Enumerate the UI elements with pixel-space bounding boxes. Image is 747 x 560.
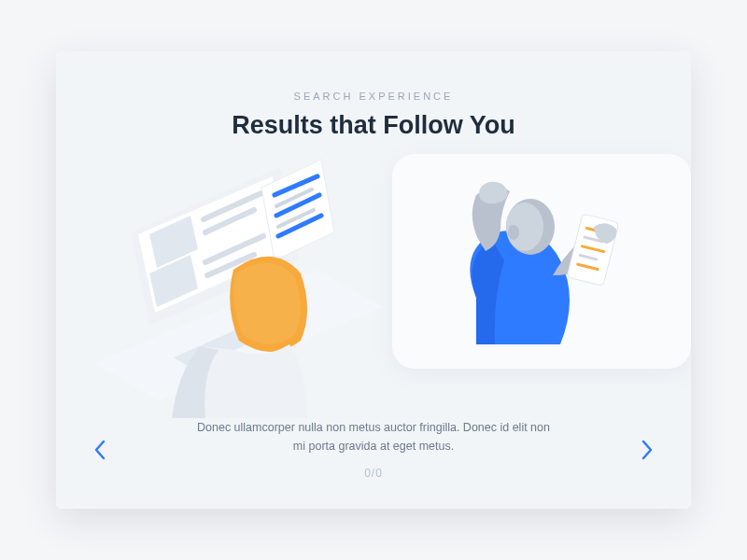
footer-center: Donec ullamcorper nulla non metus auctor…	[196, 418, 551, 483]
next-button[interactable]	[631, 434, 663, 466]
chevron-left-icon	[92, 439, 107, 461]
onboarding-card: SEARCH EXPERIENCE Results that Follow Yo…	[56, 51, 691, 509]
page-title: Results that Follow You	[232, 111, 515, 140]
prev-button[interactable]	[84, 434, 116, 466]
svg-point-18	[508, 225, 519, 240]
pager-text: 0/0	[196, 465, 551, 483]
card-footer: Donec ullamcorper nulla non metus auctor…	[84, 418, 663, 483]
chevron-right-icon	[640, 439, 655, 461]
eyebrow-text: SEARCH EXPERIENCE	[294, 91, 454, 102]
hero-illustration	[84, 140, 663, 418]
body-text: Donec ullamcorper nulla non metus auctor…	[196, 418, 551, 455]
